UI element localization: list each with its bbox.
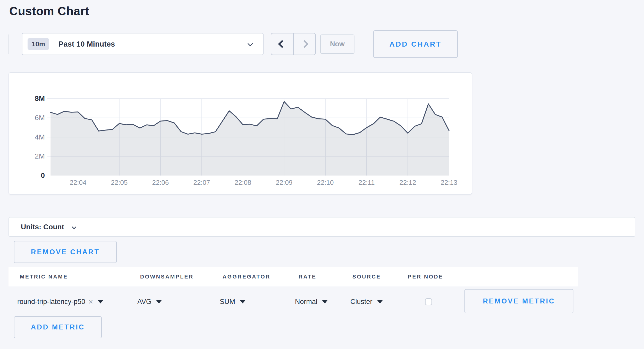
metric-name-value: round-trip-latency-p50 (17, 298, 85, 306)
svg-text:22:05: 22:05 (111, 179, 128, 186)
svg-text:22:11: 22:11 (358, 179, 375, 186)
svg-text:2M: 2M (35, 152, 45, 160)
col-header-per-node: PER NODE (408, 267, 443, 286)
metric-name-select[interactable]: round-trip-latency-p50 × (17, 294, 103, 309)
svg-text:6M: 6M (35, 114, 45, 122)
aggregator-value: SUM (220, 298, 235, 306)
time-window-select[interactable]: 10m Past 10 Minutes (22, 33, 264, 55)
chart-card[interactable]: 22:0422:0522:0622:0722:0822:0922:1022:11… (9, 72, 472, 195)
col-header-source: SOURCE (352, 267, 381, 286)
svg-text:22:13: 22:13 (440, 179, 457, 186)
svg-text:22:08: 22:08 (234, 179, 251, 186)
rate-select[interactable]: Normal (295, 294, 328, 309)
col-header-rate: RATE (299, 267, 317, 286)
caret-down-icon (322, 300, 328, 303)
toolbar-left-divider (9, 34, 9, 54)
svg-text:4M: 4M (35, 133, 45, 141)
add-chart-button[interactable]: ADD CHART (373, 30, 458, 58)
source-value: Cluster (350, 298, 372, 306)
next-time-button[interactable] (293, 33, 316, 55)
svg-text:22:04: 22:04 (70, 179, 86, 186)
metrics-table-header: METRIC NAME DOWNSAMPLER AGGREGATOR RATE … (9, 267, 578, 286)
chevron-left-icon (278, 40, 286, 48)
downsampler-value: AVG (137, 298, 151, 306)
prev-time-button[interactable] (271, 33, 293, 55)
custom-chart-page: Custom Chart 10m Past 10 Minutes Now ADD… (0, 0, 644, 349)
col-header-downsampler: DOWNSAMPLER (140, 267, 194, 286)
per-node-checkbox[interactable] (425, 298, 432, 305)
svg-text:22:07: 22:07 (193, 179, 210, 186)
svg-text:22:12: 22:12 (399, 179, 416, 186)
chevron-down-icon (72, 224, 76, 229)
caret-down-icon (377, 300, 383, 303)
caret-down-icon (240, 300, 245, 303)
chevron-down-icon (248, 41, 253, 46)
col-header-metric-name: METRIC NAME (20, 267, 68, 286)
svg-text:0: 0 (41, 171, 45, 179)
svg-text:22:10: 22:10 (317, 179, 334, 186)
chevron-right-icon (300, 40, 308, 48)
page-title: Custom Chart (9, 4, 89, 18)
clear-metric-icon[interactable]: × (88, 298, 93, 306)
time-window-badge: 10m (28, 38, 49, 50)
units-label: Units: Count (21, 223, 64, 231)
svg-text:22:06: 22:06 (152, 179, 169, 186)
time-window-label: Past 10 Minutes (58, 40, 115, 48)
aggregator-select[interactable]: SUM (220, 294, 245, 309)
source-select[interactable]: Cluster (350, 294, 383, 309)
rate-value: Normal (295, 298, 317, 306)
remove-metric-button[interactable]: REMOVE METRIC (464, 289, 573, 313)
caret-down-icon (156, 300, 162, 303)
time-nav-group (271, 33, 316, 55)
now-button[interactable]: Now (320, 34, 354, 54)
remove-chart-button[interactable]: REMOVE CHART (14, 241, 117, 263)
timeseries-area-chart[interactable]: 22:0422:0522:0622:0722:0822:0922:1022:11… (9, 73, 472, 194)
add-metric-button[interactable]: ADD METRIC (14, 316, 102, 338)
svg-text:8M: 8M (35, 94, 45, 102)
downsampler-select[interactable]: AVG (137, 294, 162, 309)
caret-down-icon (98, 300, 103, 303)
units-dropdown[interactable]: Units: Count (9, 217, 635, 237)
col-header-aggregator: AGGREGATOR (223, 267, 270, 286)
svg-text:22:09: 22:09 (276, 179, 292, 186)
